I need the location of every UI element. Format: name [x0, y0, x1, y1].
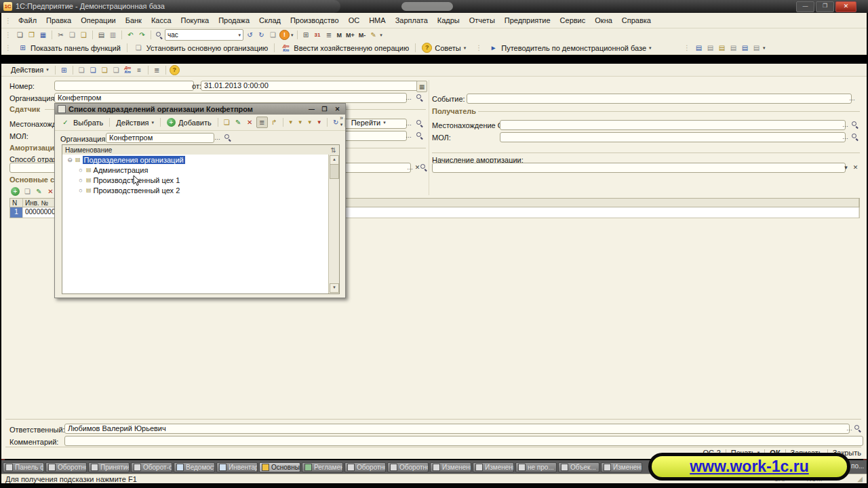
- choose-button[interactable]: …: [213, 133, 222, 142]
- print-button[interactable]: ▤: [96, 30, 106, 40]
- menu-item-16[interactable]: Окна: [590, 14, 617, 26]
- minimize-button[interactable]: —: [796, 1, 814, 12]
- open-search-icon[interactable]: [850, 120, 859, 129]
- goto-button[interactable]: Перейти ▾: [349, 118, 389, 127]
- window-button-1[interactable]: Оборотно...: [45, 462, 87, 472]
- copy-asset-button[interactable]: ❏: [22, 186, 33, 197]
- menu-item-6[interactable]: Продажа: [214, 14, 254, 26]
- choose-button[interactable]: …: [841, 132, 850, 141]
- memory-m-button[interactable]: M: [336, 32, 344, 39]
- open-button[interactable]: ❐: [26, 30, 37, 40]
- open-search-icon[interactable]: [223, 133, 232, 142]
- mol2-field[interactable]: [500, 132, 846, 142]
- post-document-button[interactable]: ❏: [88, 65, 98, 75]
- enter-business-operation-button[interactable]: ДтКт Ввести хозяйственную операцию: [278, 43, 412, 53]
- add-group-button[interactable]: ❏: [222, 117, 232, 127]
- tree-row-label[interactable]: Производственный цех 2: [94, 186, 180, 195]
- window-button-10[interactable]: Изменени...: [430, 462, 471, 472]
- column-header-n[interactable]: N: [10, 199, 23, 207]
- choose-button[interactable]: …: [404, 93, 413, 102]
- find-previous-button[interactable]: ↺: [245, 30, 255, 40]
- panel-splitter[interactable]: [429, 80, 429, 195]
- tree-row-label[interactable]: Подразделения организаций: [83, 156, 185, 164]
- choose-button[interactable]: …: [404, 131, 413, 140]
- search-icon[interactable]: [155, 30, 163, 39]
- move-to-group-button[interactable]: ↱: [269, 117, 279, 127]
- tree-row-root[interactable]: ⊖ ▤ Подразделения организаций: [62, 155, 329, 165]
- menu-item-11[interactable]: Зарплата: [391, 14, 433, 26]
- filter-icon[interactable]: ▼: [296, 117, 304, 127]
- filter-clear-icon[interactable]: ▼: [315, 117, 323, 127]
- toolbar-overflow-button[interactable]: » ▾: [340, 115, 343, 127]
- menu-item-4[interactable]: Касса: [146, 14, 176, 26]
- row-number-cell[interactable]: 1: [10, 207, 23, 218]
- demo-guide-button[interactable]: ► Путеводитель по демонстрационной базе …: [486, 42, 654, 54]
- inventory-number-cell[interactable]: 000000005: [23, 207, 55, 218]
- tree-row[interactable]: ○ ▤ Администрация: [62, 165, 329, 175]
- find-next-button[interactable]: ↻: [256, 30, 267, 40]
- reread-button[interactable]: ❏: [77, 65, 87, 75]
- delete-item-button[interactable]: ✕: [245, 117, 255, 127]
- edit-asset-button[interactable]: ✎: [34, 186, 44, 197]
- clear-icon[interactable]: ✕: [851, 163, 860, 171]
- menu-item-7[interactable]: Склад: [254, 14, 285, 26]
- dialog-minimize-button[interactable]: —: [307, 106, 317, 113]
- open-search-icon[interactable]: [850, 132, 859, 141]
- report-icon-5[interactable]: ▤: [740, 43, 750, 53]
- memory-m-minus-button[interactable]: M-: [357, 32, 368, 39]
- window-button-3[interactable]: Оборот-о...: [131, 462, 172, 472]
- show-function-panel-button[interactable]: ⊞ Показать панель функций: [15, 42, 123, 54]
- menu-item-2[interactable]: Операции: [76, 14, 120, 26]
- window-button-4[interactable]: Ведомост...: [174, 462, 215, 472]
- memory-m-plus-button[interactable]: M+: [344, 32, 356, 39]
- open-search-icon[interactable]: [853, 424, 862, 432]
- copy-value-button[interactable]: ❏: [268, 30, 278, 40]
- window-button-7[interactable]: Регламен...: [302, 462, 343, 472]
- filter-set-icon[interactable]: ▼: [287, 117, 295, 127]
- report-icon-6[interactable]: ▤: [751, 43, 762, 53]
- location-os-field[interactable]: [500, 120, 846, 130]
- paste-button[interactable]: ❑: [79, 30, 89, 40]
- tree-row-label[interactable]: Администрация: [94, 166, 149, 174]
- scroll-up-icon[interactable]: ▲: [330, 155, 339, 165]
- menu-item-15[interactable]: Сервис: [555, 14, 591, 26]
- calendar-button[interactable]: 31: [313, 30, 323, 40]
- dialog-close-button[interactable]: ✕: [332, 106, 342, 113]
- dialog-organization-field[interactable]: Конфетпром: [106, 133, 214, 143]
- name-column-header[interactable]: Наименование: [65, 146, 328, 154]
- date-field[interactable]: 31.01.2013 0:00:00: [201, 81, 419, 91]
- resize-grip-icon[interactable]: ◢: [857, 475, 863, 483]
- info-button[interactable]: !: [279, 30, 290, 40]
- choose-button[interactable]: …: [404, 119, 413, 127]
- menu-item-5[interactable]: Покупка: [176, 14, 214, 26]
- add-button[interactable]: + Добавить: [164, 117, 214, 127]
- window-button-5[interactable]: Инвентар...: [216, 462, 258, 472]
- window-button-13[interactable]: Объек...: [558, 462, 599, 472]
- tree-row[interactable]: ○ ▤ Производственный цех 1: [62, 175, 329, 185]
- maximize-button[interactable]: ❐: [816, 1, 834, 12]
- choose-button[interactable]: …: [848, 94, 856, 102]
- list-button[interactable]: ≣: [152, 65, 162, 75]
- redo-button[interactable]: ↷: [137, 30, 147, 40]
- formula-button[interactable]: ✎: [368, 30, 378, 40]
- save-button[interactable]: ▦: [38, 30, 48, 40]
- window-button-14[interactable]: Изменени...: [601, 462, 642, 472]
- grid-header[interactable]: Наименование ⇅: [62, 145, 339, 155]
- menu-item-17[interactable]: Справка: [617, 14, 656, 26]
- menu-item-14[interactable]: Предприятие: [500, 14, 555, 26]
- help-icon[interactable]: ?: [170, 65, 180, 75]
- responsible-field[interactable]: Любимов Валерий Юрьевич: [64, 424, 850, 434]
- set-main-organization-button[interactable]: ❏ Установить основную организацию: [131, 42, 271, 54]
- select-button[interactable]: ✓ Выбрать: [58, 117, 106, 128]
- menu-item-9[interactable]: ОС: [344, 14, 365, 26]
- window-button-12[interactable]: не про...: [515, 462, 557, 472]
- menu-item-1[interactable]: Правка: [41, 14, 76, 26]
- tips-button[interactable]: ? Советы ▾: [419, 42, 469, 54]
- organization-field[interactable]: Конфетпром: [54, 93, 407, 103]
- calendar-picker-icon[interactable]: ▦: [416, 81, 427, 92]
- window-button-6[interactable]: Основные...: [259, 462, 300, 472]
- dtkt-icon[interactable]: ДтКт: [123, 66, 133, 74]
- filter-by-value-icon[interactable]: ▼: [306, 117, 314, 127]
- open-search-icon[interactable]: [415, 93, 424, 102]
- menu-item-12[interactable]: Кадры: [433, 14, 465, 26]
